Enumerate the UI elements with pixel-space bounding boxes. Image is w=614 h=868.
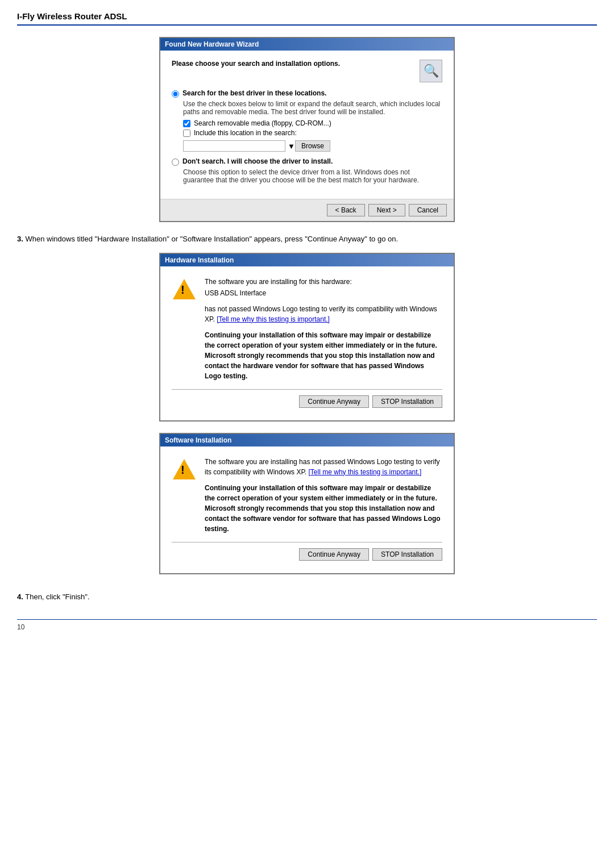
software-install-body: The software you are installing has not … bbox=[160, 446, 454, 573]
checkbox-location-label: Include this location in the search: bbox=[194, 129, 297, 137]
software-continue-button[interactable]: Continue Anyway bbox=[299, 548, 369, 561]
software-warning-icon bbox=[172, 457, 197, 482]
software-install-titlebar: Software Installation bbox=[160, 434, 454, 446]
hardware-continue-button[interactable]: Continue Anyway bbox=[299, 395, 369, 408]
next-button[interactable]: Next > bbox=[368, 204, 405, 216]
wizard-footer: < Back Next > Cancel bbox=[160, 199, 454, 221]
software-stop-button[interactable]: STOP Installation bbox=[372, 548, 442, 561]
radio-choose-input[interactable] bbox=[172, 158, 179, 166]
checkbox-removable-label: Search removable media (floppy, CD-ROM..… bbox=[194, 119, 331, 127]
hardware-intro-text: The software you are installing for this… bbox=[205, 277, 442, 287]
step4-content: Then, click "Finish". bbox=[25, 592, 89, 601]
software-link[interactable]: [Tell me why this testing is important.] bbox=[309, 468, 422, 476]
step3-number: 3. bbox=[17, 235, 23, 243]
wizard-header-text: Please choose your search and installati… bbox=[172, 60, 414, 68]
radio-choose-label: Don't search. I will choose the driver t… bbox=[182, 157, 333, 165]
radio-option-search: Search for the best driver in these loca… bbox=[172, 89, 442, 98]
software-install-content-row: The software you are installing has not … bbox=[172, 457, 442, 534]
software-install-text: The software you are installing has not … bbox=[205, 457, 442, 534]
back-button[interactable]: < Back bbox=[327, 204, 365, 216]
hardware-install-content-row: The software you are installing for this… bbox=[172, 277, 442, 381]
warning-triangle bbox=[173, 279, 196, 299]
radio-group-search: Search for the best driver in these loca… bbox=[172, 89, 442, 152]
page-footer: 10 bbox=[17, 619, 597, 631]
radio-search-label: Search for the best driver in these loca… bbox=[182, 89, 326, 97]
hardware-install-text: The software you are installing for this… bbox=[205, 277, 442, 381]
checkbox-removable-media: Search removable media (floppy, CD-ROM..… bbox=[183, 119, 442, 127]
checkbox-group: Search removable media (floppy, CD-ROM..… bbox=[183, 119, 442, 137]
software-install-footer: Continue Anyway STOP Installation bbox=[172, 548, 442, 563]
cancel-button[interactable]: Cancel bbox=[409, 204, 447, 216]
software-installation-dialog: Software Installation The software you a… bbox=[159, 433, 455, 574]
hardware-install-footer: Continue Anyway STOP Installation bbox=[172, 395, 442, 410]
step4-text: 4. Then, click "Finish". bbox=[17, 591, 597, 603]
hardware-warning-icon bbox=[172, 277, 197, 302]
dropdown-arrow: ▼ bbox=[288, 142, 295, 151]
checkbox-location: Include this location in the search: bbox=[183, 129, 442, 137]
wizard-header-row: Please choose your search and installati… bbox=[172, 60, 442, 82]
checkbox-removable-input[interactable] bbox=[183, 120, 190, 127]
hardware-separator bbox=[172, 389, 442, 390]
step4-number: 4. bbox=[17, 592, 23, 601]
hardware-stop-button[interactable]: STOP Installation bbox=[372, 395, 442, 408]
found-new-hardware-dialog: Found New Hardware Wizard Please choose … bbox=[159, 37, 455, 222]
location-row: ▼ Browse bbox=[183, 140, 442, 152]
page-number: 10 bbox=[17, 623, 24, 631]
radio-search-desc: Use the check boxes below to limit or ex… bbox=[183, 100, 442, 116]
page-header: I-Fly Wireless Router ADSL bbox=[17, 11, 597, 26]
radio-search-input[interactable] bbox=[172, 90, 179, 98]
browse-button[interactable]: Browse bbox=[295, 140, 330, 152]
software-intro-text: The software you are installing has not … bbox=[205, 457, 442, 477]
hardware-install-titlebar: Hardware Installation bbox=[160, 254, 454, 266]
wizard-titlebar: Found New Hardware Wizard bbox=[160, 38, 454, 51]
step3-text: 3. When windows titled "Hardware Install… bbox=[17, 233, 597, 245]
hardware-warning-bold: Continuing your installation of this sof… bbox=[205, 330, 442, 381]
hardware-installation-dialog: Hardware Installation The software you a… bbox=[159, 253, 455, 422]
step3-content: When windows titled "Hardware Installati… bbox=[25, 235, 398, 243]
software-separator bbox=[172, 542, 442, 542]
page-title: I-Fly Wireless Router ADSL bbox=[17, 11, 127, 21]
hardware-body1: has not passed Windows Logo testing to v… bbox=[205, 304, 442, 324]
hardware-installation-container: Hardware Installation The software you a… bbox=[17, 253, 597, 433]
hardware-install-body: The software you are installing for this… bbox=[160, 266, 454, 420]
wizard-icon: 🔍 bbox=[420, 60, 442, 82]
radio-option-choose: Don't search. I will choose the driver t… bbox=[172, 157, 442, 166]
hardware-link[interactable]: [Tell me why this testing is important.] bbox=[217, 315, 330, 323]
checkbox-location-input[interactable] bbox=[183, 130, 190, 137]
location-input[interactable] bbox=[183, 140, 285, 152]
hardware-device-name: USB ADSL Interface bbox=[205, 288, 442, 298]
software-warning-triangle bbox=[173, 459, 196, 479]
software-installation-container: Software Installation The software you a… bbox=[17, 433, 597, 586]
wizard-body: Please choose your search and installati… bbox=[160, 51, 454, 199]
radio-choose-desc: Choose this option to select the device … bbox=[183, 168, 442, 184]
wizard-container: Found New Hardware Wizard Please choose … bbox=[17, 37, 597, 233]
radio-group-choose: Don't search. I will choose the driver t… bbox=[172, 157, 442, 184]
software-warning-bold: Continuing your installation of this sof… bbox=[205, 483, 442, 534]
